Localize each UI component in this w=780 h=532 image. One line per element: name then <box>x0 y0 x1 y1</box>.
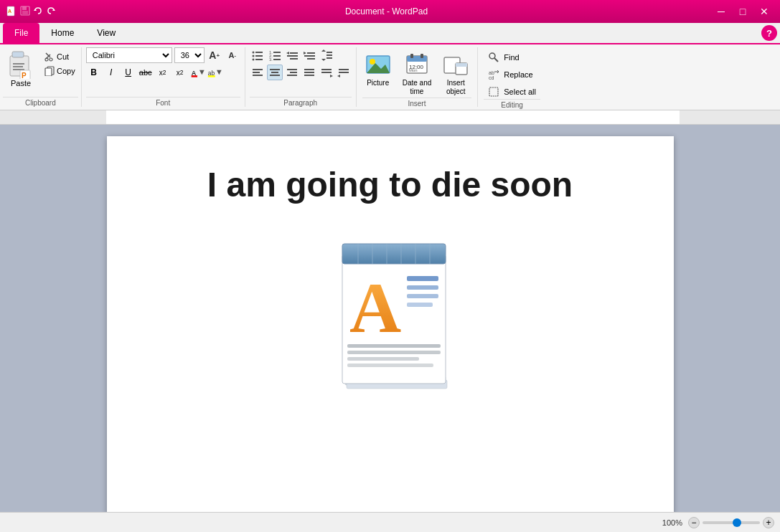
svg-point-24 <box>252 52 254 54</box>
svg-rect-17 <box>45 68 52 76</box>
minimize-button[interactable]: ─ <box>711 4 731 19</box>
svg-rect-58 <box>304 69 314 70</box>
svg-rect-39 <box>290 58 298 60</box>
svg-rect-73 <box>420 54 423 58</box>
redo-icon[interactable] <box>46 6 56 18</box>
svg-rect-8 <box>12 52 24 57</box>
undo-icon[interactable] <box>33 6 43 18</box>
highlight-button[interactable]: ab <box>207 65 222 80</box>
svg-rect-9 <box>13 63 24 65</box>
copy-button[interactable]: Copy <box>42 65 78 77</box>
svg-rect-53 <box>271 72 278 73</box>
bold-button[interactable]: B <box>86 65 102 80</box>
svg-rect-86 <box>489 87 498 96</box>
zoom-plus-button[interactable]: + <box>763 517 774 528</box>
replace-button[interactable]: abcd Replace <box>484 67 540 82</box>
document-icon: A <box>322 233 459 391</box>
svg-rect-35 <box>273 59 281 60</box>
object-label: Insertobject <box>446 79 466 96</box>
quick-save-icon[interactable] <box>20 6 30 18</box>
tab-view[interactable]: View <box>85 23 127 43</box>
object-button[interactable]: Insertobject <box>440 50 471 98</box>
cut-button[interactable]: Cut <box>42 50 78 63</box>
zoom-track[interactable] <box>703 521 760 524</box>
para-row2 <box>250 65 352 80</box>
svg-text:3.: 3. <box>269 57 273 62</box>
editing-section-label: Editing <box>484 99 540 109</box>
svg-rect-102 <box>407 303 433 307</box>
svg-rect-49 <box>253 69 263 70</box>
svg-line-80 <box>494 58 498 62</box>
font-color-button[interactable]: A <box>189 65 205 80</box>
font-section-label: Font <box>86 97 240 107</box>
zoom-thumb[interactable] <box>733 518 741 527</box>
document-area[interactable]: I am going to die soon <box>0 125 780 512</box>
picture-button[interactable]: Picture <box>362 50 394 88</box>
svg-rect-41 <box>307 52 315 54</box>
help-icon[interactable]: ? <box>761 25 777 41</box>
font-grow-button[interactable]: A+ <box>207 47 222 63</box>
svg-marker-36 <box>286 52 289 54</box>
select-all-button[interactable]: Select all <box>484 85 540 99</box>
align-left-button[interactable] <box>250 65 266 80</box>
italic-button[interactable]: I <box>103 65 119 80</box>
font-name-select[interactable]: Calibri <box>86 47 172 63</box>
svg-rect-27 <box>255 55 263 57</box>
svg-rect-46 <box>326 52 332 53</box>
svg-marker-63 <box>330 75 333 77</box>
align-right-button[interactable] <box>284 65 300 80</box>
maximize-button[interactable]: □ <box>733 4 753 19</box>
ltr-button[interactable] <box>319 65 334 80</box>
find-button[interactable]: Find <box>484 50 540 65</box>
picture-label: Picture <box>367 79 389 87</box>
justify-button[interactable] <box>301 65 317 80</box>
ruler-inner <box>106 110 680 124</box>
subscript-button[interactable]: x2 <box>155 65 171 80</box>
decrease-indent-button[interactable] <box>284 47 300 63</box>
clipboard-small-btns: Cut Copy <box>42 50 78 77</box>
svg-rect-71 <box>407 56 427 62</box>
svg-rect-62 <box>321 72 332 73</box>
rtl-button[interactable] <box>336 65 352 80</box>
line-spacing-button[interactable] <box>319 47 334 63</box>
svg-rect-52 <box>270 69 280 70</box>
svg-rect-106 <box>347 364 433 367</box>
ribbon-tabs: File Home View ? <box>0 23 780 44</box>
increase-indent-button[interactable] <box>301 47 317 63</box>
svg-rect-64 <box>339 69 349 70</box>
svg-rect-51 <box>253 75 263 76</box>
paste-button[interactable]: P Paste <box>3 47 39 90</box>
paragraph-section-label: Paragraph <box>250 97 352 107</box>
svg-text:A: A <box>8 9 11 14</box>
font-size-select[interactable]: 36 <box>174 47 205 63</box>
ruler <box>0 110 780 125</box>
svg-point-28 <box>252 59 254 61</box>
strikethrough-button[interactable]: abc <box>138 65 154 80</box>
ribbon: P Paste Cut Copy Clipboard <box>0 44 780 110</box>
insert-section-label: Insert <box>362 98 472 108</box>
window-title: Document - WordPad <box>62 6 711 16</box>
datetime-button[interactable]: 12:00 Mon Date andtime <box>400 50 435 98</box>
svg-rect-100 <box>407 285 438 290</box>
ordered-list-button[interactable]: 1.2.3. <box>267 47 283 63</box>
svg-rect-104 <box>347 351 441 354</box>
align-center-button[interactable] <box>267 65 283 80</box>
svg-rect-22 <box>208 75 215 77</box>
svg-text:cd: cd <box>489 75 494 80</box>
tab-file[interactable]: File <box>3 23 39 43</box>
svg-marker-20 <box>199 70 205 75</box>
insert-section: Picture 12:00 Mon Date andtime <box>357 47 479 107</box>
font-shrink-button[interactable]: A- <box>225 47 240 63</box>
svg-rect-38 <box>287 55 298 57</box>
unordered-list-button[interactable] <box>250 47 266 63</box>
svg-rect-48 <box>326 57 332 59</box>
close-button[interactable]: ✕ <box>754 4 774 19</box>
tab-home[interactable]: Home <box>39 23 85 43</box>
zoom-minus-button[interactable]: − <box>688 517 700 528</box>
font-section: Calibri 36 A+ A- B I U abc x2 x2 A <box>82 47 245 107</box>
underline-button[interactable]: U <box>121 65 136 80</box>
font-row2: B I U abc x2 x2 A ab <box>86 65 240 80</box>
svg-marker-44 <box>321 49 326 52</box>
superscript-button[interactable]: x2 <box>172 65 188 80</box>
document-text[interactable]: I am going to die soon <box>207 165 573 204</box>
